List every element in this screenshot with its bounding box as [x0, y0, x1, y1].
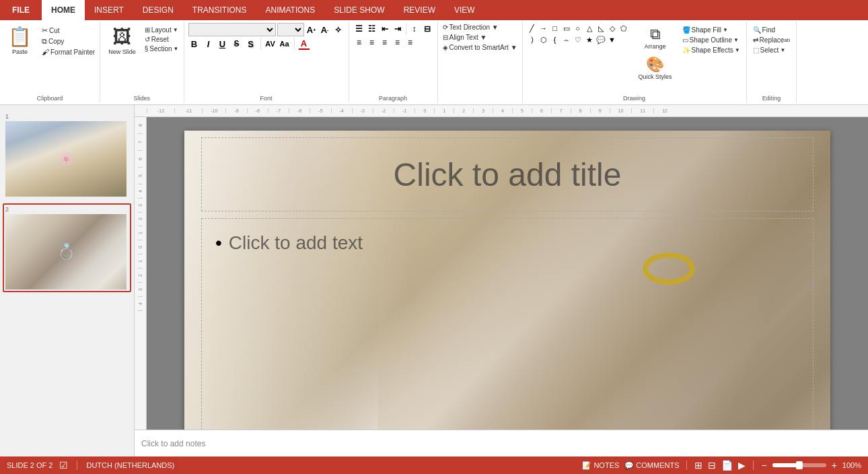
zoom-in-button[interactable]: + — [832, 460, 837, 471]
columns-button[interactable]: ⊟ — [421, 23, 433, 35]
reading-view-button[interactable]: 📄 — [721, 460, 733, 471]
status-separator-3 — [753, 461, 754, 470]
text-direction-button[interactable]: ⟳ Text Direction ▼ — [441, 23, 519, 32]
shape-diamond[interactable]: ◇ — [607, 23, 618, 34]
shape-callout[interactable]: 💬 — [595, 34, 606, 45]
slide-thumb-1[interactable]: 1 🌸 — [3, 110, 131, 199]
shape-arc[interactable]: ⌢ — [561, 34, 572, 45]
new-slide-button[interactable]: 🖼 New Slide — [103, 23, 141, 58]
shape-fill-button[interactable]: 🪣 Shape Fill ▼ — [680, 26, 742, 34]
shape-star[interactable]: ★ — [584, 34, 595, 45]
slide-stage[interactable]: Click to add title • Click to add text — [147, 117, 868, 430]
numbered-list-button[interactable]: ☷ — [366, 23, 378, 35]
tab-slideshow[interactable]: SLIDE SHOW — [324, 0, 394, 20]
section-button[interactable]: § Section ▼ — [143, 44, 181, 53]
tab-design[interactable]: DESIGN — [133, 0, 183, 20]
strikethrough-button[interactable]: S — [231, 38, 243, 50]
tab-view[interactable]: VIEW — [445, 0, 484, 20]
normal-view-button[interactable]: ⊞ — [694, 460, 702, 471]
shape-outline-button[interactable]: ▭ Shape Outline ▼ — [680, 36, 742, 44]
increase-indent-button[interactable]: ⇥ — [392, 23, 404, 35]
shape-effects-dropdown[interactable]: ▼ — [735, 47, 740, 53]
zoom-out-button[interactable]: − — [761, 460, 766, 471]
align-left-button[interactable]: ≡ — [353, 36, 365, 48]
increase-font-button[interactable]: A+ — [305, 24, 318, 36]
slide-content-box[interactable]: • Click to add text — [201, 218, 813, 430]
cut-button[interactable]: ✂ Cut — [40, 26, 97, 36]
canvas-area: -12 -11 -10 -9 -8 -7 -6 -5 -4 -3 -2 -1 0… — [135, 105, 868, 456]
convert-smartart-button[interactable]: ◈ Convert to SmartArt ▼ — [441, 43, 519, 52]
align-text-button[interactable]: ⊟ Align Text ▼ — [441, 33, 519, 42]
format-painter-button[interactable]: 🖌 Format Painter — [40, 47, 97, 57]
font-name-select[interactable] — [188, 23, 276, 36]
layout-button[interactable]: ⊞ Layout ▼ — [143, 26, 181, 34]
font-size-select[interactable] — [277, 23, 304, 36]
decrease-font-button[interactable]: A- — [319, 24, 331, 36]
slideshow-button[interactable]: ▶ — [738, 460, 746, 471]
clipboard-label: Clipboard — [0, 95, 100, 102]
shape-oval[interactable]: ○ — [573, 23, 583, 34]
copy-button[interactable]: ⧉ Copy — [40, 36, 97, 46]
shape-brace-left[interactable]: { — [550, 34, 560, 45]
clear-formatting-button[interactable]: ✧ — [332, 24, 345, 36]
underline-button[interactable]: U — [217, 38, 229, 50]
slide-number-2: 2 — [5, 206, 129, 213]
shape-rtriangle[interactable]: ◺ — [595, 23, 606, 34]
shape-line[interactable]: ╱ — [527, 23, 538, 34]
line-spacing-button[interactable]: ↕ — [408, 23, 421, 35]
align-center-button[interactable]: ≡ — [366, 36, 378, 48]
find-button[interactable]: 🔍 Find — [751, 26, 793, 34]
select-button[interactable]: ⬚ Select ▼ — [751, 46, 793, 55]
slide-sorter-button[interactable]: ⊟ — [708, 460, 716, 471]
bold-button[interactable]: B — [188, 38, 201, 50]
shape-rect[interactable]: □ — [550, 23, 560, 34]
shape-outline-dropdown[interactable]: ▼ — [733, 37, 739, 43]
ribbon: 📋 Paste ✂ Cut ⧉ Copy 🖌 Format Painter Cl… — [0, 20, 868, 105]
shape-pentagon[interactable]: ⬠ — [618, 23, 629, 34]
tab-file[interactable]: FILE — [0, 0, 42, 20]
decrease-indent-button[interactable]: ⇤ — [379, 23, 391, 35]
slide-thumb-2[interactable]: 2 💍 — [3, 203, 131, 292]
tab-home[interactable]: HOME — [42, 0, 85, 20]
tab-insert[interactable]: INSERT — [85, 0, 133, 20]
slide-title-box[interactable]: Click to add title — [201, 137, 813, 211]
status-accessibility-icon[interactable]: ☑ — [59, 460, 68, 471]
format-painter-icon: 🖌 — [42, 48, 49, 56]
shape-fill-dropdown[interactable]: ▼ — [723, 27, 728, 33]
italic-button[interactable]: I — [203, 38, 215, 50]
shape-chevron[interactable]: ⟩ — [527, 34, 538, 45]
shape-triangle[interactable]: △ — [584, 23, 595, 34]
tab-animations[interactable]: ANIMATIONS — [256, 0, 324, 20]
notes-button[interactable]: 📝 NOTES — [582, 461, 619, 470]
language[interactable]: DUTCH (NETHERLANDS) — [86, 461, 174, 469]
shadow-button[interactable]: S — [245, 38, 257, 50]
slide-container[interactable]: Click to add title • Click to add text — [184, 131, 830, 430]
shape-cube[interactable]: ⬡ — [538, 34, 549, 45]
quick-styles-button[interactable]: 🎨 Quick Styles — [633, 53, 678, 83]
comments-button[interactable]: 💬 COMMENTS — [624, 461, 679, 470]
shape-arrow[interactable]: → — [538, 23, 549, 34]
align-right-button[interactable]: ≡ — [379, 36, 391, 48]
paste-button[interactable]: 📋 Paste — [3, 23, 37, 58]
group-editing: 🔍 Find ⇄ Replace ab ⬚ Select ▼ Editing — [747, 22, 797, 103]
zoom-slider[interactable] — [772, 463, 826, 467]
char-spacing-button[interactable]: AV — [264, 38, 277, 50]
shape-more[interactable]: ▼ — [607, 34, 618, 45]
shape-heart[interactable]: ♡ — [573, 34, 583, 45]
notes-area[interactable]: Click to add notes — [135, 430, 868, 456]
arrange-button[interactable]: ⧉ Arrange — [633, 23, 678, 53]
replace-button[interactable]: ⇄ Replace ab — [751, 36, 793, 44]
tab-review[interactable]: REVIEW — [394, 0, 445, 20]
distribute-text-button[interactable]: ≡ — [404, 36, 417, 48]
select-dropdown[interactable]: ▼ — [780, 47, 785, 53]
shape-effects-button[interactable]: ✨ Shape Effects ▼ — [680, 46, 742, 55]
font-case-button[interactable]: Aa — [279, 38, 291, 50]
reset-button[interactable]: ↺ Reset — [143, 35, 181, 44]
tab-transitions[interactable]: TRANSITIONS — [183, 0, 256, 20]
font-color-button[interactable]: A — [298, 38, 310, 50]
slide-preview-1[interactable]: 🌸 — [5, 121, 126, 197]
justify-button[interactable]: ≡ — [392, 36, 404, 48]
slide-preview-2[interactable]: 💍 — [5, 214, 126, 290]
bullet-list-button[interactable]: ☰ — [353, 23, 365, 35]
shape-rounded-rect[interactable]: ▭ — [561, 23, 572, 34]
